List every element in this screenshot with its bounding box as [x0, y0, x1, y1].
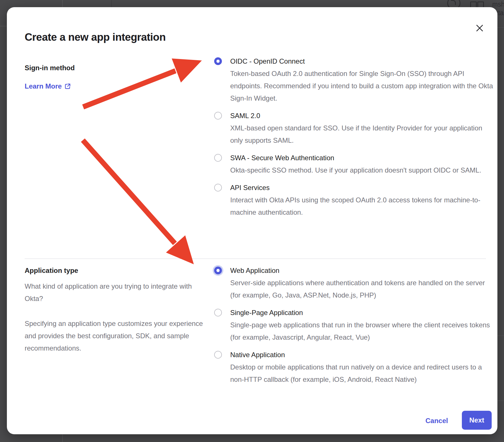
- bg-panel-edge-bottom: [62, 434, 63, 442]
- radio-button-api-services[interactable]: [214, 184, 222, 191]
- radio-option-description: Interact with Okta APIs using the scoped…: [230, 194, 495, 218]
- radio-button-web-application[interactable]: [214, 267, 222, 274]
- radio-option-label[interactable]: Web Application: [230, 264, 495, 277]
- radio-option-native-application: Native Application Desktop or mobile app…: [214, 349, 495, 386]
- radio-option-label[interactable]: SAML 2.0: [230, 109, 495, 122]
- bg-right-line-3: [497, 400, 504, 401]
- application-type-heading: Application type: [25, 264, 212, 277]
- application-type-intro-1: What kind of application are you trying …: [25, 280, 212, 305]
- radio-button-oidc-openid-connect[interactable]: [214, 57, 222, 65]
- radio-option-label[interactable]: OIDC - OpenID Connect: [230, 55, 495, 67]
- cancel-button[interactable]: Cancel: [425, 414, 448, 427]
- screen: msh kta Create a new app integration Sig…: [0, 0, 504, 442]
- radio-option-description: Server-side applications where authentic…: [230, 277, 495, 301]
- bg-right-line-2: [497, 335, 504, 336]
- radio-option-label[interactable]: Native Application: [230, 349, 495, 361]
- next-button[interactable]: Next: [462, 411, 492, 430]
- radio-option-label[interactable]: SWA - Secure Web Authentication: [230, 152, 481, 164]
- radio-option-label[interactable]: Single-Page Application: [230, 306, 495, 319]
- dialog-title: Create a new app integration: [25, 31, 166, 43]
- bg-card-edge: [111, 0, 112, 8]
- radio-option-description: XML-based open standard for SSO. Use if …: [230, 122, 495, 146]
- radio-button-single-page-application[interactable]: [214, 309, 222, 316]
- application-type-intro-2: Specifying an application type customize…: [25, 317, 212, 354]
- bg-card-bottom: [0, 26, 7, 26]
- radio-option-single-page-application: Single-Page Application Single-page web …: [214, 306, 495, 343]
- radio-option-label[interactable]: API Services: [230, 181, 495, 194]
- application-type-radiogroup: Web Application Server-side applications…: [214, 264, 495, 391]
- bg-right-line-1: [497, 27, 504, 28]
- signin-method-heading: Sign-in method: [25, 62, 212, 74]
- radio-button-saml-2-0[interactable]: [214, 112, 222, 120]
- learn-more-link[interactable]: Learn More: [25, 80, 71, 92]
- create-app-integration-dialog: Create a new app integration Sign-in met…: [7, 7, 497, 434]
- radio-option-description: Desktop or mobile applications that run …: [230, 361, 495, 386]
- close-icon[interactable]: [474, 23, 485, 33]
- radio-option-api-services: API Services Interact with Okta APIs usi…: [214, 181, 495, 218]
- radio-option-saml-2-0: SAML 2.0 XML-based open standard for SSO…: [214, 109, 495, 146]
- section-divider: [25, 259, 486, 259]
- radio-option-swa-secure-web-authentication: SWA - Secure Web Authentication Okta-spe…: [214, 152, 495, 176]
- account-name-line1: msh: [492, 1, 504, 8]
- radio-button-native-application[interactable]: [214, 351, 222, 359]
- radio-option-web-application: Web Application Server-side applications…: [214, 264, 495, 301]
- radio-option-description: Okta-specific SSO method. Use if your ap…: [230, 164, 481, 176]
- radio-option-description: Token-based OAuth 2.0 authentication for…: [230, 67, 495, 104]
- bg-panel-edge: [62, 0, 63, 8]
- external-link-icon: [65, 83, 71, 89]
- radio-option-oidc-openid-connect: OIDC - OpenID Connect Token-based OAuth …: [214, 55, 495, 104]
- signin-method-radiogroup: OIDC - OpenID Connect Token-based OAuth …: [214, 55, 495, 224]
- radio-button-swa-secure-web-authentication[interactable]: [214, 154, 222, 162]
- radio-option-description: Single-page web applications that run in…: [230, 319, 495, 343]
